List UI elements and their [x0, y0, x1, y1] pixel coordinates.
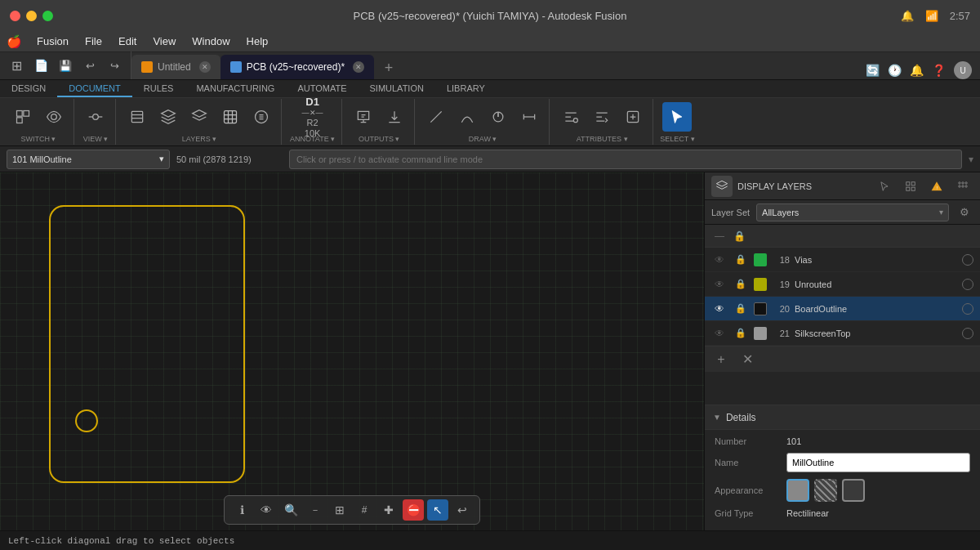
zoom-out-btn[interactable]: －: [305, 499, 326, 521]
panel-grid-btn[interactable]: [900, 176, 921, 197]
toolbar-tab-automate[interactable]: AUTOMATE: [286, 80, 358, 97]
refresh-icon[interactable]: 🔄: [866, 64, 880, 77]
clock-icon[interactable]: 🕐: [888, 64, 902, 77]
app-grid-button[interactable]: ⊞: [5, 54, 28, 77]
select-tool-btn[interactable]: [662, 102, 692, 132]
add-btn[interactable]: ✚: [378, 499, 399, 521]
panel-warning-btn[interactable]: !: [926, 176, 947, 197]
user-avatar[interactable]: U: [954, 61, 972, 79]
layer-18-lock-btn[interactable]: 🔒: [733, 252, 749, 268]
menu-help[interactable]: Help: [240, 34, 275, 49]
toolbar-tab-design[interactable]: DESIGN: [0, 80, 57, 97]
layers-btn-1[interactable]: [122, 102, 152, 132]
tab-close-pcb[interactable]: ✕: [353, 61, 364, 73]
layer-20-radio[interactable]: [962, 303, 973, 315]
toolbar-tab-simulation[interactable]: SIMULATION: [359, 80, 435, 97]
layer-19-lock-btn[interactable]: 🔒: [733, 276, 749, 293]
apple-menu[interactable]: 🍎: [7, 34, 22, 49]
appearance-hatch-swatch[interactable]: [814, 479, 837, 502]
layer-row-19[interactable]: 👁 🔒 19 Unrouted: [705, 272, 980, 297]
toolbar-tab-rules[interactable]: RULES: [132, 80, 185, 97]
layer-row-21[interactable]: 👁 🔒 21 SilkscreenTop: [705, 321, 980, 346]
route-btn[interactable]: ↩: [452, 499, 473, 521]
layers-btn-3[interactable]: [185, 102, 214, 132]
layer-selector[interactable]: 101 MillOutline ▾: [7, 150, 170, 169]
menu-edit[interactable]: Edit: [112, 34, 143, 49]
output-btn-2[interactable]: [380, 102, 409, 132]
tab-pcb[interactable]: PCB (v25~recovered)* ✕: [220, 55, 374, 79]
attr-btn-3[interactable]: [618, 102, 648, 132]
minimize-button[interactable]: [26, 11, 37, 21]
layer-18-vis-btn[interactable]: 👁: [711, 252, 728, 268]
fullscreen-button[interactable]: [42, 11, 53, 21]
attr-btn-2[interactable]: [587, 102, 617, 132]
draw-line-btn[interactable]: [421, 102, 451, 132]
menu-window[interactable]: Window: [185, 34, 236, 49]
save-button[interactable]: 💾: [54, 54, 77, 77]
toolbar-tab-library[interactable]: LIBRARY: [435, 80, 497, 97]
layer-18-radio[interactable]: [962, 254, 973, 266]
header-minus-icon[interactable]: —: [711, 228, 728, 244]
tab-untitled[interactable]: Untitled ✕: [131, 55, 220, 79]
layers-panel-btn[interactable]: [711, 176, 733, 197]
layer-21-lock-btn[interactable]: 🔒: [733, 325, 749, 342]
tab-close-untitled[interactable]: ✕: [199, 61, 211, 73]
layer-set-gear-btn[interactable]: ⚙: [956, 203, 973, 221]
redo-button[interactable]: ↪: [103, 54, 126, 77]
layer-21-vis-btn[interactable]: 👁: [711, 325, 728, 342]
menu-view[interactable]: View: [146, 34, 182, 49]
layer-19-radio[interactable]: [962, 279, 973, 290]
detail-name-input[interactable]: [786, 453, 970, 472]
undo-button[interactable]: ↩: [78, 54, 101, 77]
output-btn-1[interactable]: [349, 102, 378, 132]
close-button[interactable]: [10, 11, 20, 21]
notification-icon[interactable]: 🔔: [901, 10, 914, 22]
switch-tool-btn[interactable]: [8, 102, 38, 132]
layer-row-18[interactable]: 👁 🔒 18 Vias: [705, 248, 980, 272]
question-icon[interactable]: ❓: [932, 64, 946, 77]
layer-20-vis-btn[interactable]: 👁: [711, 301, 728, 317]
remove-layer-btn[interactable]: ✕: [737, 350, 757, 369]
menu-file[interactable]: File: [78, 34, 109, 49]
draw-arc-btn[interactable]: [452, 102, 482, 132]
appearance-solid-swatch[interactable]: [786, 479, 809, 502]
layer-row-20[interactable]: 👁 🔒 20 BoardOutline: [705, 297, 980, 321]
view-tool-btn[interactable]: [39, 102, 69, 132]
svg-rect-7: [131, 111, 142, 122]
toolbar-tab-manufacturing[interactable]: MANUFACTURING: [185, 80, 286, 97]
bell-icon[interactable]: 🔔: [910, 64, 924, 77]
canvas-area[interactable]: ℹ 👁 🔍 － ⊞ # ✚ ⛔ ↖ ↩: [0, 172, 704, 531]
traffic-lights[interactable]: [10, 11, 53, 21]
command-input[interactable]: [289, 150, 962, 169]
info-btn[interactable]: ℹ: [231, 499, 252, 521]
grid-toggle-btn[interactable]: #: [354, 499, 375, 521]
details-header[interactable]: ▼ Details: [705, 405, 980, 430]
panel-grid2-btn[interactable]: [952, 176, 973, 197]
draw-circle-btn[interactable]: [483, 102, 513, 132]
panel-select-btn[interactable]: [874, 176, 895, 197]
add-layer-btn[interactable]: +: [711, 350, 731, 369]
layers-btn-2[interactable]: [154, 102, 183, 132]
appearance-outline-swatch[interactable]: [842, 479, 865, 502]
eye-btn[interactable]: 👁: [256, 499, 277, 521]
layer-20-lock-btn[interactable]: 🔒: [733, 301, 749, 317]
toolbar-tab-document[interactable]: DOCUMENT: [57, 80, 132, 97]
select-arrow-btn[interactable]: ↖: [427, 499, 448, 521]
menu-fusion[interactable]: Fusion: [30, 34, 75, 49]
header-lock-icon[interactable]: 🔒: [731, 228, 747, 244]
layers-btn-4[interactable]: [216, 102, 245, 132]
attr-btn-1[interactable]: [556, 102, 586, 132]
layers-btn-5[interactable]: [247, 102, 276, 132]
new-tab-button[interactable]: +: [377, 56, 400, 79]
status-bar: Left-click diagonal drag to select objec…: [0, 530, 980, 550]
annotate-component-btn[interactable]: D1 —✕— R2 10K: [291, 102, 335, 132]
open-recent-button[interactable]: 📄: [29, 54, 52, 77]
zoom-in-btn[interactable]: 🔍: [280, 499, 301, 521]
zoom-fit-btn[interactable]: ⊞: [329, 499, 350, 521]
layer-19-vis-btn[interactable]: 👁: [711, 276, 728, 293]
layer-set-select[interactable]: AllLayers ▾: [756, 203, 949, 221]
view2-tool-btn[interactable]: [81, 102, 110, 132]
stop-btn[interactable]: ⛔: [403, 499, 424, 521]
draw-dim-btn[interactable]: [514, 102, 544, 132]
layer-21-radio[interactable]: [962, 328, 973, 339]
